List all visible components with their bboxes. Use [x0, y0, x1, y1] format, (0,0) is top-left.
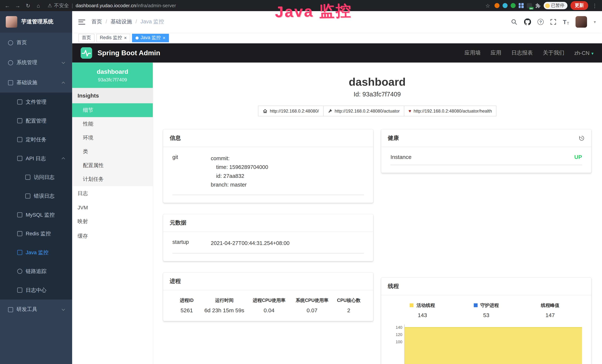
sba-menu-environment[interactable]: 环境	[72, 131, 153, 145]
threads-chart-area-series	[405, 327, 582, 364]
sba-menu-config-properties[interactable]: 配置属性	[72, 159, 153, 172]
home-icon[interactable]: ⌂	[35, 2, 42, 9]
browser-menu-icon[interactable]: ⋮	[591, 2, 598, 9]
process-header: 运行时间	[201, 298, 247, 304]
extension-icon-switch[interactable]: on	[527, 3, 532, 8]
wrench-icon	[328, 109, 333, 113]
breadcrumb: 首页 基础设施 Java 监控	[91, 18, 164, 25]
sidebar-item-dev-tools[interactable]: 研发工具	[0, 300, 72, 320]
extension-icon-orange[interactable]	[494, 3, 499, 8]
process-table: 进程ID 运行时间 进程CPU使用率 系统CPU使用率 CPU核心数 5261 …	[172, 298, 364, 314]
url-bar[interactable]: ⚠ 不安全 | dashboard.yudao.iocoder.cn/infra…	[48, 2, 176, 9]
avatar-caret-icon[interactable]: ▾	[594, 20, 596, 24]
profile-avatar-icon	[545, 3, 550, 8]
sidebar-item-access-logs[interactable]: 访问日志	[0, 168, 72, 187]
process-value: 5261	[172, 307, 201, 314]
endpoint-actuator-link[interactable]: http://192.168.0.2:48080/actuator	[323, 106, 404, 116]
sba-nav-journal[interactable]: 日志报表	[511, 50, 533, 56]
process-card-title: 进程	[163, 273, 373, 290]
breadcrumb-home[interactable]: 首页	[91, 18, 110, 25]
metadata-card-title: 元数据	[163, 214, 373, 232]
help-icon[interactable]: ?	[538, 19, 544, 25]
process-value: 0.07	[290, 307, 333, 314]
history-icon[interactable]	[579, 135, 585, 141]
sba-locale-select[interactable]: zh-CN▾	[574, 50, 593, 56]
github-icon[interactable]	[524, 18, 531, 25]
spring-boot-admin-logo-icon[interactable]	[81, 47, 92, 59]
sidebar-item-log-center[interactable]: 日志中心	[0, 281, 72, 300]
chevron-down-icon: ▾	[591, 51, 593, 56]
process-value: 2	[333, 307, 364, 314]
user-avatar[interactable]	[576, 16, 587, 28]
tags-view: 首页 Redis 监控 × Java 监控 ×	[72, 33, 602, 43]
sba-instance-header[interactable]: dashboard 93a3fc7f7409	[72, 63, 153, 88]
tag-redis-monitor[interactable]: Redis 监控 ×	[97, 33, 130, 42]
chevron-up-icon	[62, 82, 65, 85]
sidebar-item-java-monitor[interactable]: Java 监控	[0, 243, 72, 262]
threads-legend: 活动线程 守护进程 线程峰值 143 53	[390, 302, 582, 318]
sba-nav-wallboard[interactable]: 应用墙	[464, 50, 481, 56]
sba-menu-logs[interactable]: 日志	[72, 186, 153, 201]
health-instance-row: Instance UP	[390, 154, 582, 165]
chevron-down-icon	[62, 60, 65, 64]
timer-icon	[17, 137, 22, 142]
profile-paused-badge[interactable]: 已暂停	[543, 2, 567, 9]
url-divider: |	[72, 3, 73, 8]
font-size-icon[interactable]: TT	[563, 19, 569, 25]
sidebar-item-label: 研发工具	[17, 306, 37, 313]
sba-menu-jvm[interactable]: JVM	[72, 201, 153, 214]
metadata-startup-label: startup	[172, 239, 211, 248]
close-icon[interactable]: ×	[124, 36, 127, 40]
sba-menu-caches[interactable]: 缓存	[72, 229, 153, 244]
hamburger-icon[interactable]	[78, 20, 85, 24]
extension-icon-grid[interactable]	[519, 3, 524, 8]
chrome-update-button[interactable]: 更新	[570, 1, 588, 10]
back-icon[interactable]: ←	[4, 2, 11, 9]
sidebar-item-infrastructure[interactable]: 基础设施	[0, 73, 72, 93]
sidebar-item-home[interactable]: 首页	[0, 33, 72, 53]
tag-home[interactable]: 首页	[78, 33, 94, 42]
sba-menu-mappings[interactable]: 映射	[72, 214, 153, 229]
active-dot-icon	[136, 36, 139, 40]
bookmark-star-icon[interactable]: ☆	[484, 2, 491, 9]
sba-menu-scheduled-tasks[interactable]: 计划任务	[72, 172, 153, 186]
breadcrumb-infrastructure[interactable]: 基础设施	[110, 18, 140, 25]
sba-menu-details[interactable]: 细节	[72, 103, 153, 117]
java-monitor-icon	[17, 250, 22, 255]
sidebar-item-mysql-monitor[interactable]: MySQL 监控	[0, 205, 72, 224]
extension-icon-green[interactable]	[510, 3, 516, 8]
sidebar-item-label: 系统管理	[17, 59, 37, 66]
access-log-icon	[25, 175, 30, 180]
fullscreen-icon[interactable]	[550, 19, 556, 25]
log-center-icon	[17, 288, 22, 293]
sidebar-item-system-management[interactable]: 系统管理	[0, 53, 72, 73]
sba-brand[interactable]: Spring Boot Admin	[97, 49, 160, 57]
extension-icon-blue[interactable]	[502, 3, 507, 8]
tag-java-monitor[interactable]: Java 监控 ×	[132, 33, 169, 42]
sidebar-item-file-management[interactable]: 文件管理	[0, 93, 72, 111]
endpoint-health-link[interactable]: ♥ http://192.168.0.2:48080/actuator/heal…	[404, 106, 496, 116]
sidebar-item-label: 首页	[17, 39, 27, 46]
breadcrumb-current: Java 监控	[140, 18, 164, 25]
threads-chart: 140 120 100	[390, 324, 582, 364]
infrastructure-submenu: 文件管理 配置管理 定时任务 API 日志	[0, 93, 72, 300]
reload-icon[interactable]: ↻	[25, 2, 32, 9]
sidebar-item-trace[interactable]: 链路追踪	[0, 262, 72, 280]
extensions-puzzle-icon[interactable]	[535, 3, 540, 8]
search-icon[interactable]	[511, 19, 518, 25]
info-git-label: git	[172, 154, 211, 189]
sidebar-item-config-management[interactable]: 配置管理	[0, 111, 72, 130]
endpoint-home-link[interactable]: http://192.168.0.2:48080/	[258, 106, 323, 116]
sba-nav-applications[interactable]: 应用	[491, 50, 501, 56]
sidebar-item-redis-monitor[interactable]: Redis 监控	[0, 224, 72, 243]
forward-icon[interactable]: →	[14, 2, 21, 9]
sba-nav-about[interactable]: 关于我们	[543, 50, 564, 56]
sidebar-item-api-logs[interactable]: API 日志	[0, 149, 72, 168]
sidebar-item-error-logs[interactable]: 错误日志	[0, 187, 72, 205]
sba-menu-classes[interactable]: 类	[72, 145, 153, 159]
process-header: 系统CPU使用率	[290, 298, 333, 304]
close-icon[interactable]: ×	[163, 36, 165, 40]
metadata-startup-value: 2021-04-27T00:44:31.254+08:00	[211, 239, 290, 248]
sba-menu-performance[interactable]: 性能	[72, 117, 153, 131]
sidebar-item-scheduled-tasks[interactable]: 定时任务	[0, 130, 72, 149]
